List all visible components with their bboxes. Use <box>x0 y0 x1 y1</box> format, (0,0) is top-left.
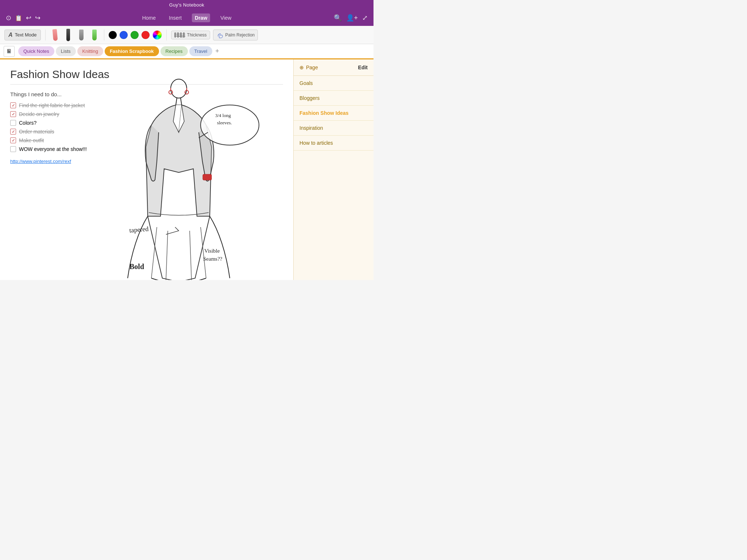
sidebar-item-inspiration[interactable]: Inspiration <box>294 121 374 136</box>
sidebar-item-fashion-show-ideas[interactable]: Fashion Show Ideas <box>294 106 374 121</box>
pinterest-link[interactable]: http://www.pinterest.com/rexf <box>10 159 71 164</box>
svg-line-9 <box>166 231 168 280</box>
svg-text:Seams??: Seams?? <box>203 256 222 262</box>
text-mode-button[interactable]: A Text Mode <box>4 30 41 40</box>
nav-left: ⊙ 📋 ↩ ↪ <box>6 14 139 22</box>
tab-knitting[interactable]: Knitting <box>77 46 103 56</box>
todo-text-4: Order materials <box>19 129 54 135</box>
menu-insert[interactable]: Insert <box>166 13 185 22</box>
thickness-icon <box>174 32 185 38</box>
color-black[interactable] <box>109 31 117 39</box>
sidebar-item-bloggers[interactable]: Bloggers <box>294 91 374 106</box>
separator-1 <box>45 30 46 40</box>
main-area: Fashion Show Ideas Things I need to do..… <box>0 59 374 280</box>
svg-text:Visible: Visible <box>204 248 220 254</box>
add-tab-button[interactable]: + <box>215 47 219 55</box>
palm-rejection-button[interactable]: Palm Rejection <box>213 30 258 40</box>
svg-rect-7 <box>203 174 212 180</box>
add-page-icon: ⊕ <box>299 65 304 70</box>
todo-text-1: Find the right fabric for jacket <box>19 102 85 108</box>
sidebar-header: ⊕ Page Edit <box>294 59 374 76</box>
palm-icon <box>216 31 224 39</box>
svg-text:sleeves.: sleeves. <box>217 120 232 125</box>
tab-fashion-scrapbook[interactable]: Fashion Scrapbook <box>105 46 159 56</box>
color-wheel[interactable] <box>152 30 162 40</box>
separator-3 <box>166 30 167 40</box>
checkbox-4[interactable] <box>10 129 16 135</box>
nav-right: 🔍 👤+ ⤢ <box>234 14 368 22</box>
page-add-button[interactable]: ⊕ Page <box>299 65 318 70</box>
checkbox-1[interactable] <box>10 102 16 108</box>
title-bar: Guy's Notebook <box>0 0 374 10</box>
expand-icon[interactable]: ⤢ <box>362 14 368 22</box>
tab-travel[interactable]: Travel <box>189 46 213 56</box>
palm-rejection-label: Palm Rejection <box>225 32 255 38</box>
checkbox-5[interactable] <box>10 137 16 143</box>
search-icon[interactable]: 🔍 <box>334 14 342 22</box>
sidebar-item-goals[interactable]: Goals <box>294 76 374 91</box>
menu-view[interactable]: View <box>217 13 234 22</box>
svg-line-1 <box>176 98 177 105</box>
right-sidebar: ⊕ Page Edit Goals Bloggers Fashion Show … <box>293 59 374 280</box>
pen-gray-tool[interactable] <box>76 28 86 42</box>
svg-line-2 <box>181 98 182 105</box>
notebook-selector[interactable]: 📓 <box>4 46 15 57</box>
separator-2 <box>104 30 104 40</box>
pen-green-shape <box>92 30 97 40</box>
notebook-icon[interactable]: 📋 <box>15 15 22 22</box>
svg-text:Bold: Bold <box>129 262 144 271</box>
tab-recipes[interactable]: Recipes <box>160 46 188 56</box>
todo-text-5: Make outfit <box>19 137 44 143</box>
color-blue[interactable] <box>120 31 128 39</box>
color-green[interactable] <box>131 31 139 39</box>
checkbox-3[interactable] <box>10 120 16 126</box>
svg-line-10 <box>190 231 191 280</box>
add-person-icon[interactable]: 👤+ <box>346 14 358 22</box>
menu-draw[interactable]: Draw <box>192 13 210 22</box>
app-title: Guy's Notebook <box>169 2 204 8</box>
pen-dark-tool[interactable] <box>63 28 73 42</box>
tab-quick-notes[interactable]: Quick Notes <box>18 46 54 56</box>
menu-bar: ⊙ 📋 ↩ ↪ Home Insert Draw View 🔍 👤+ ⤢ <box>0 10 374 26</box>
thickness-button[interactable]: Thickness <box>171 31 210 39</box>
fashion-sketch-svg: 3/4 long sleeves. tapered Visible Seams?… <box>95 74 270 280</box>
menu-home[interactable]: Home <box>139 13 159 22</box>
todo-text-6: WOW everyone at the show!!! <box>19 146 87 152</box>
svg-text:3/4 long: 3/4 long <box>215 113 231 118</box>
checkbox-2[interactable] <box>10 111 16 117</box>
pen-dark-shape <box>66 29 70 41</box>
undo-icon[interactable]: ↩ <box>26 14 31 22</box>
color-red[interactable] <box>142 31 150 39</box>
pen-pink-tool[interactable] <box>50 28 60 42</box>
thickness-label: Thickness <box>187 32 207 38</box>
toolbar: A Text Mode Thickness <box>0 26 374 44</box>
todo-text-3: Colors? <box>19 120 36 126</box>
nav-center: Home Insert Draw View <box>139 13 235 22</box>
svg-point-0 <box>171 79 187 98</box>
sketch-area: 3/4 long sleeves. tapered Visible Seams?… <box>80 81 290 278</box>
pen-green-tool[interactable] <box>89 28 100 42</box>
back-circle-icon[interactable]: ⊙ <box>6 14 11 22</box>
redo-icon[interactable]: ↪ <box>35 14 40 22</box>
tab-lists[interactable]: Lists <box>56 46 76 56</box>
text-mode-label: Text Mode <box>15 32 37 38</box>
checkbox-6[interactable] <box>10 146 16 152</box>
sidebar-item-how-to-articles[interactable]: How to articles <box>294 136 374 151</box>
svg-text:tapered: tapered <box>129 225 149 234</box>
todo-text-2: Decide on jewelry <box>19 111 59 117</box>
pen-pink-shape <box>52 29 58 41</box>
text-mode-icon: A <box>8 32 13 38</box>
pen-gray-shape <box>79 30 84 40</box>
page-label: Page <box>306 65 318 70</box>
tabs-bar: 📓 Quick Notes Lists Knitting Fashion Scr… <box>0 44 374 59</box>
sidebar-edit-button[interactable]: Edit <box>358 65 368 70</box>
page-content: Fashion Show Ideas Things I need to do..… <box>0 59 293 280</box>
